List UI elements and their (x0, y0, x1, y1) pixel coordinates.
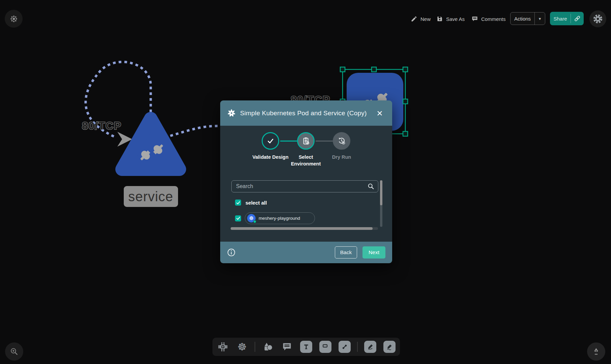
link-nodes-icon (339, 341, 351, 353)
chip-icon (217, 341, 229, 353)
image-icon (319, 341, 331, 353)
service-node-label: service (124, 186, 178, 207)
clipboard-gear-icon (301, 136, 310, 145)
environment-name: meshery-playground (259, 216, 300, 221)
select-all-row: select all (235, 200, 267, 206)
step-connector-pending (316, 141, 333, 142)
components-browser-button[interactable] (216, 340, 230, 354)
sketch-tool-button[interactable] (383, 340, 396, 354)
pen-tool-icon (364, 341, 376, 353)
modal-header: Simple Kubernetes Pod and Service (Copy)… (220, 100, 392, 126)
divider (255, 342, 255, 352)
vertical-scrollbar (380, 180, 382, 227)
service-node[interactable] (122, 119, 179, 169)
meshery-canvas-app: 80/TCP 80/TCP service New (0, 0, 611, 364)
select-all-checkbox[interactable] (235, 200, 241, 206)
step-validate-design[interactable] (262, 132, 279, 150)
check-icon (266, 136, 275, 145)
next-button[interactable]: Next (362, 246, 385, 259)
close-button[interactable]: × (374, 108, 385, 119)
horizontal-scrollbar (231, 227, 378, 230)
info-icon[interactable] (227, 248, 236, 257)
image-tool-button[interactable] (319, 340, 332, 354)
environment-search (231, 180, 378, 192)
kubernetes-helm-icon: ☸ (237, 342, 247, 352)
shapes-button[interactable] (261, 340, 274, 354)
edge-tool-button[interactable] (338, 340, 351, 354)
meshery-logo-icon (227, 109, 236, 118)
edge-label-port: 80/TCP (82, 120, 121, 132)
canvas-toolbar: ☸ (212, 338, 400, 356)
step-label-select-environment: Select Environment (286, 154, 326, 167)
check-icon (236, 216, 240, 220)
sketch-icon (383, 341, 396, 353)
comment-icon (282, 341, 292, 352)
environment-checkbox[interactable] (235, 215, 241, 221)
environment-chip[interactable]: ☸ meshery-playground (245, 212, 315, 224)
environment-row: ☸ meshery-playground (235, 212, 315, 224)
step-label-validate-design: Validate Design (250, 154, 291, 161)
comment-tool-button[interactable] (280, 340, 294, 354)
back-button[interactable]: Back (335, 246, 357, 259)
kubernetes-components-button[interactable]: ☸ (235, 340, 249, 354)
step-connector-done (280, 141, 297, 142)
text-icon (300, 341, 312, 353)
horizontal-scrollbar-thumb[interactable] (231, 227, 373, 230)
svg-text:service: service (128, 189, 173, 204)
search-input[interactable] (236, 183, 367, 189)
vertical-scrollbar-thumb[interactable] (380, 180, 382, 205)
check-icon (236, 201, 240, 205)
step-label-dry-run: Dry Run (321, 154, 362, 161)
divider (357, 342, 358, 352)
kubernetes-icon: ☸ (247, 214, 256, 222)
search-icon[interactable] (367, 183, 375, 190)
dry-run-icon (337, 136, 346, 145)
connected-status-dot (253, 220, 256, 223)
modal-body: Validate Design Select Environment Dry R… (220, 126, 392, 242)
text-tool-button[interactable] (299, 340, 313, 354)
deploy-modal: Simple Kubernetes Pod and Service (Copy)… (220, 100, 392, 263)
step-select-environment[interactable] (297, 132, 315, 150)
pen-tool-button[interactable] (363, 340, 377, 354)
select-all-label: select all (245, 200, 267, 206)
modal-title: Simple Kubernetes Pod and Service (Copy) (240, 110, 370, 117)
modal-footer: Back Next (220, 242, 392, 263)
step-dry-run[interactable] (333, 132, 350, 150)
shapes-icon (262, 341, 273, 352)
